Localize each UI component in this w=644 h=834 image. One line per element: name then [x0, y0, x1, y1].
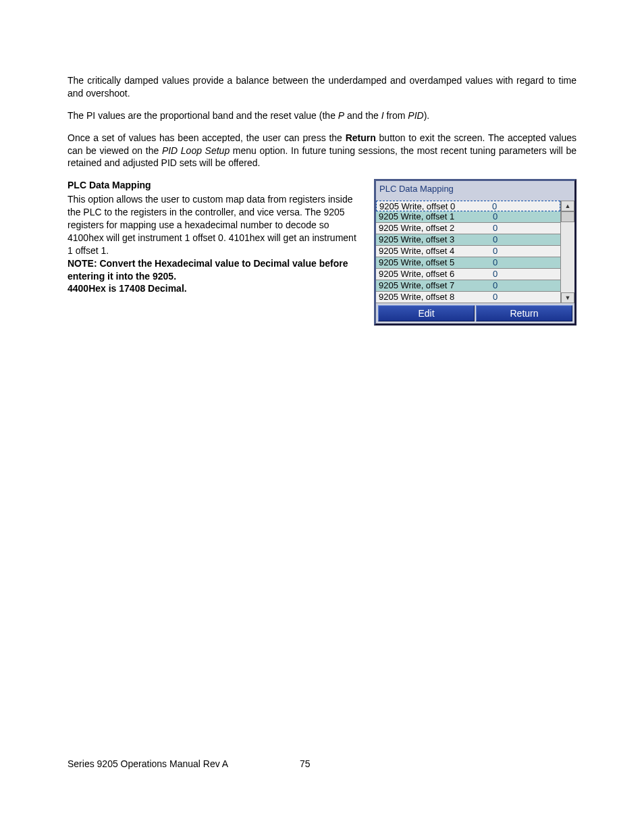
- plc-data-mapping-panel: PLC Data Mapping 9205 Write, offset 0 0 …: [374, 179, 576, 325]
- text: ).: [424, 110, 430, 121]
- return-button[interactable]: Return: [476, 305, 572, 321]
- scroll-thumb[interactable]: [561, 211, 574, 222]
- row-value: 0: [485, 292, 560, 303]
- text-bold-return: Return: [346, 132, 376, 143]
- note-4400hex: 4400Hex is 17408 Decimal.: [68, 282, 362, 295]
- scrollbar[interactable]: ▲ ▼: [560, 201, 574, 303]
- row-value: 0: [485, 234, 560, 245]
- row-value: 0: [485, 280, 560, 291]
- row-value: 0: [485, 211, 560, 222]
- list-item[interactable]: 9205 Write, offset 3 0: [376, 234, 560, 246]
- list-item[interactable]: 9205 Write, offset 1 0: [376, 211, 560, 223]
- text-italic-p: P: [338, 110, 344, 121]
- list-item[interactable]: 9205 Write, offset 6 0: [376, 269, 560, 280]
- text-italic-pid-loop-setup: PID Loop Setup: [162, 145, 230, 156]
- edit-button[interactable]: Edit: [378, 305, 475, 321]
- text: Once a set of values has been accepted, …: [68, 132, 346, 143]
- list-item[interactable]: 9205 Write, offset 2 0: [376, 223, 560, 234]
- scroll-track[interactable]: [561, 211, 574, 292]
- text: and the: [344, 110, 381, 121]
- row-label: 9205 Write, offset 7: [376, 280, 485, 291]
- row-label: 9205 Write, offset 8: [376, 292, 485, 303]
- row-label: 9205 Write, offset 1: [376, 211, 485, 222]
- text: from: [384, 110, 408, 121]
- scroll-down-icon[interactable]: ▼: [561, 292, 574, 303]
- list-item[interactable]: 9205 Write, offset 8 0: [376, 292, 560, 303]
- text-italic-pid: PID: [408, 110, 423, 121]
- panel-title: PLC Data Mapping: [376, 181, 574, 201]
- row-value: 0: [485, 246, 560, 257]
- row-label: 9205 Write, offset 4: [376, 246, 485, 257]
- register-list[interactable]: 9205 Write, offset 0 0 9205 Write, offse…: [376, 201, 560, 303]
- paragraph-pi-values: The PI values are the proportional band …: [68, 109, 576, 122]
- row-value: 0: [485, 257, 560, 268]
- text: The PI values are the proportional band …: [68, 110, 338, 121]
- heading-plc-data-mapping: PLC Data Mapping: [68, 179, 362, 192]
- list-item[interactable]: 9205 Write, offset 7 0: [376, 280, 560, 292]
- footer-page-number: 75: [300, 758, 311, 769]
- row-value: 0: [484, 201, 560, 211]
- row-label: 9205 Write, offset 3: [376, 234, 485, 245]
- note-hex-to-decimal: NOTE: Convert the Hexadecimal value to D…: [68, 257, 362, 283]
- paragraph-return-pid-loop: Once a set of values has been accepted, …: [68, 132, 576, 170]
- row-label: 9205 Write, offset 0: [377, 201, 484, 211]
- list-item[interactable]: 9205 Write, offset 0 0: [376, 201, 560, 211]
- list-item[interactable]: 9205 Write, offset 4 0: [376, 246, 560, 257]
- row-label: 9205 Write, offset 2: [376, 223, 485, 234]
- paragraph-plc-mapping-body: This option allows the user to custom ma…: [68, 193, 362, 257]
- row-label: 9205 Write, offset 6: [376, 269, 485, 280]
- row-value: 0: [485, 223, 560, 234]
- paragraph-critical-damped: The critically damped values provide a b…: [68, 74, 576, 100]
- row-value: 0: [485, 269, 560, 280]
- footer-manual-title: Series 9205 Operations Manual Rev A: [68, 758, 297, 769]
- row-label: 9205 Write, offset 5: [376, 257, 485, 268]
- list-item[interactable]: 9205 Write, offset 5 0: [376, 257, 560, 269]
- scroll-up-icon[interactable]: ▲: [561, 201, 574, 211]
- page-footer: Series 9205 Operations Manual Rev A 75: [68, 758, 576, 769]
